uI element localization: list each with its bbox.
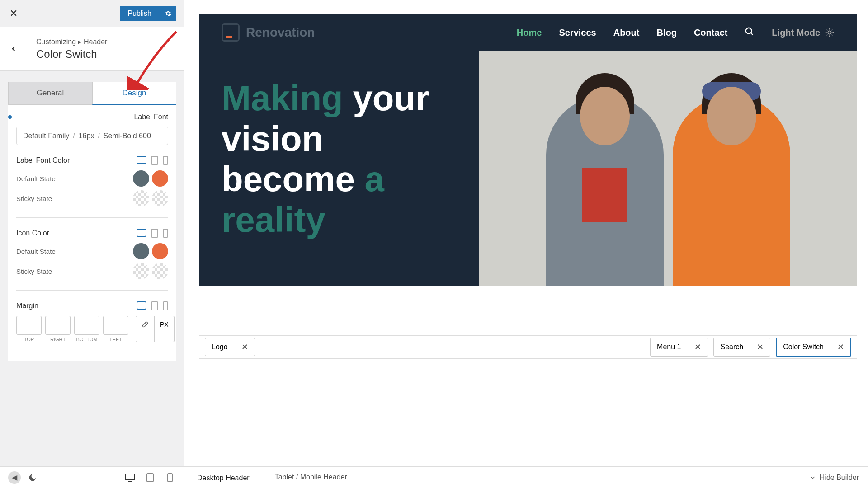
gear-icon (165, 10, 172, 17)
nav-about[interactable]: About (613, 28, 640, 38)
preview-mobile-icon[interactable] (164, 471, 176, 484)
margin-bottom-input[interactable] (74, 316, 99, 335)
close-icon[interactable]: ✕ (837, 342, 844, 352)
color-swatch[interactable] (152, 170, 168, 187)
device-mobile-icon[interactable] (163, 156, 168, 165)
close-customizer-button[interactable]: ✕ (8, 8, 19, 19)
hide-builder-button[interactable]: Hide Builder (801, 474, 868, 482)
device-desktop-icon[interactable] (137, 229, 146, 237)
color-swatch-empty[interactable] (133, 263, 149, 279)
device-mobile-icon[interactable] (163, 229, 168, 238)
publish-button[interactable]: Publish (120, 6, 160, 21)
margin-left-input[interactable] (103, 316, 128, 335)
hero-image (479, 51, 857, 286)
publish-settings-button[interactable] (160, 6, 176, 21)
nav-blog[interactable]: Blog (656, 28, 676, 38)
color-swatch-empty[interactable] (152, 263, 168, 279)
default-state-label: Default State (16, 175, 56, 183)
tab-general[interactable]: General (8, 82, 92, 105)
svg-rect-4 (168, 474, 172, 482)
moon-icon (28, 473, 37, 482)
tab-desktop-header[interactable]: Desktop Header (184, 467, 262, 488)
unit-toggle[interactable]: PX (155, 316, 174, 342)
logo-text: Renovation (246, 25, 315, 40)
margin-right-input[interactable] (45, 316, 71, 335)
dark-mode-toggle[interactable] (26, 471, 39, 484)
color-swatch[interactable] (133, 170, 149, 187)
builder-chip-search[interactable]: Search✕ (713, 338, 770, 357)
chevron-down-icon (810, 474, 816, 481)
device-tablet-icon[interactable] (151, 301, 158, 310)
device-tablet-icon[interactable] (151, 229, 158, 238)
tab-design[interactable]: Design (92, 82, 176, 105)
margin-top-input[interactable] (16, 316, 42, 335)
color-switch-toggle[interactable]: Light Mode (772, 28, 835, 38)
device-tablet-icon[interactable] (151, 156, 158, 165)
color-swatch[interactable] (152, 243, 168, 259)
label-font-color-title: Label Font Color (16, 156, 70, 164)
page-title: Color Switch (36, 48, 107, 61)
builder-row-main[interactable]: Logo✕ Menu 1✕ Search✕ Color Switch✕ (199, 335, 857, 359)
link-icon (142, 321, 149, 328)
ellipsis-icon: ⋯ (153, 131, 161, 140)
preview-desktop-icon[interactable] (124, 471, 137, 484)
color-swatch-empty[interactable] (133, 190, 149, 206)
close-icon[interactable]: ✕ (757, 342, 764, 352)
logo-mark-icon (222, 23, 240, 42)
default-state-label: Default State (16, 248, 56, 255)
breadcrumb: Customizing ▸ Header (36, 38, 107, 46)
builder-chip-logo[interactable]: Logo✕ (205, 338, 255, 356)
color-swatch-empty[interactable] (152, 190, 168, 206)
collapse-button[interactable]: ◀ (8, 471, 21, 484)
color-swatch[interactable] (133, 243, 149, 259)
sticky-state-label: Sticky State (16, 195, 52, 202)
close-icon[interactable]: ✕ (694, 342, 701, 352)
device-desktop-icon[interactable] (137, 301, 146, 310)
svg-rect-3 (147, 474, 153, 482)
margin-title: Margin (16, 302, 38, 310)
close-icon[interactable]: ✕ (241, 342, 248, 352)
sticky-state-label: Sticky State (16, 267, 52, 275)
svg-point-1 (828, 31, 831, 34)
nav-contact[interactable]: Contact (694, 28, 727, 38)
font-picker[interactable]: Default Family/ 16px/ Semi-Bold 600 ⋯ (16, 127, 168, 145)
hero-heading: Making your vision become a reality (222, 78, 457, 240)
search-icon[interactable] (745, 27, 755, 39)
chevron-left-icon (9, 45, 18, 53)
builder-chip-color-switch[interactable]: Color Switch✕ (776, 338, 851, 357)
device-desktop-icon[interactable] (137, 156, 146, 164)
site-logo[interactable]: Renovation (222, 23, 315, 42)
nav-services[interactable]: Services (559, 28, 596, 38)
link-values-button[interactable] (136, 316, 155, 342)
svg-point-0 (746, 28, 752, 33)
builder-row-top[interactable] (199, 304, 857, 327)
sun-icon (825, 28, 835, 38)
builder-row-bottom[interactable] (199, 367, 857, 390)
tab-tablet-mobile-header[interactable]: Tablet / Mobile Header (262, 467, 360, 488)
back-button[interactable] (0, 27, 27, 70)
label-font-title: Label Font (16, 113, 168, 121)
builder-chip-menu[interactable]: Menu 1✕ (650, 338, 708, 357)
svg-rect-2 (126, 474, 135, 480)
nav-home[interactable]: Home (517, 28, 542, 38)
preview-tablet-icon[interactable] (144, 471, 156, 484)
icon-color-title: Icon Color (16, 229, 49, 237)
device-mobile-icon[interactable] (163, 301, 168, 310)
